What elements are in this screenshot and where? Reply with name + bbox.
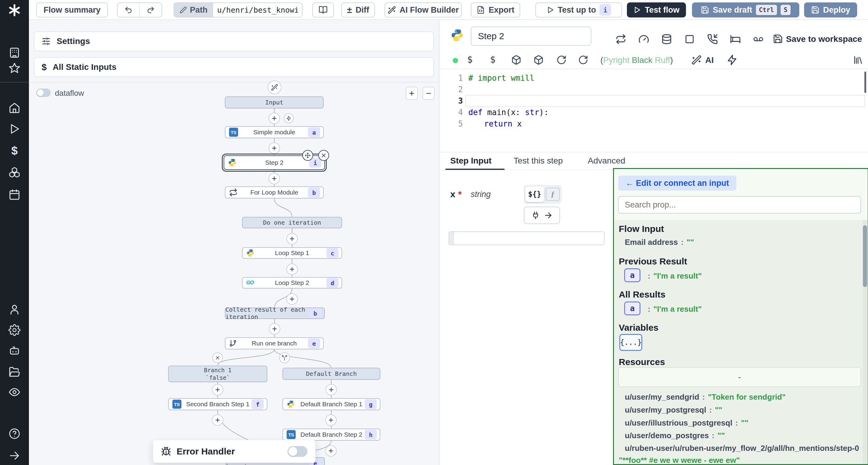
path-edit-button[interactable]: Path — [174, 3, 213, 17]
add-step-button[interactable] — [269, 173, 280, 184]
expr-mode-button[interactable]: ${} — [525, 187, 544, 202]
code-line-5[interactable]: return x — [484, 119, 522, 128]
settings-gear-icon[interactable] — [8, 324, 21, 336]
add-step-button[interactable] — [325, 414, 337, 426]
step-name-input[interactable] — [471, 27, 591, 46]
ai-edit-wand-button[interactable] — [268, 80, 281, 94]
delete-step-button[interactable] — [318, 150, 329, 161]
user-icon[interactable] — [8, 304, 21, 315]
flow-node-default-branch-step1[interactable]: Default Branch Step 1 g — [282, 398, 380, 410]
ai-label[interactable]: AI — [705, 56, 714, 65]
search-prop-input[interactable] — [618, 196, 861, 213]
resource-row[interactable]: u/user/demo_postgres:"" — [625, 431, 725, 440]
add-step-button[interactable] — [325, 445, 337, 457]
assets-dollar-icon[interactable]: $ — [467, 54, 472, 65]
resource-row[interactable]: u/ruben-user/u/ruben-user/my_flow_2/g/al… — [625, 443, 868, 453]
flow-node-loop-step1[interactable]: Loop Step 1 c — [242, 247, 342, 259]
variables-dollar-icon[interactable]: $ — [8, 144, 21, 156]
home-icon[interactable] — [8, 102, 21, 114]
help-icon[interactable] — [8, 428, 21, 440]
add-step-button[interactable] — [269, 142, 280, 154]
code-line-4[interactable]: def main(x: str): — [468, 108, 549, 117]
flow-canvas[interactable]: Settings $ All Static Inputs dataflow + … — [29, 20, 439, 465]
ai-flow-builder-button[interactable]: AI Flow Builder — [384, 2, 462, 18]
add-step-button[interactable] — [212, 414, 223, 426]
suspend-phone-icon[interactable] — [707, 34, 718, 44]
code-line-1[interactable]: # import wmill — [468, 73, 534, 82]
variables-dollar-icon[interactable]: $ — [490, 54, 495, 65]
resource-filter-box[interactable]: - — [618, 367, 861, 387]
retries-icon[interactable] — [615, 34, 626, 44]
tab-advanced[interactable]: Advanced — [588, 156, 625, 166]
test-up-to-button[interactable]: Test up to i — [535, 2, 622, 18]
flow-node-second-branch-step1[interactable]: TS Second Branch Step 1 f — [168, 398, 267, 410]
resource-row[interactable]: u/user/my_sendgrid:"Token for sendgrid" — [625, 392, 786, 402]
add-trigger-zap-button[interactable] — [284, 113, 294, 124]
tab-step-input[interactable]: Step Input — [450, 156, 492, 166]
flow-summary-button[interactable]: Flow summary — [36, 2, 108, 18]
add-step-button[interactable] — [286, 233, 298, 244]
workspace-building-icon[interactable] — [8, 47, 21, 59]
error-handler-toggle[interactable] — [287, 446, 307, 457]
ai-wand-icon[interactable] — [691, 55, 702, 65]
result-key-chip[interactable]: a — [624, 268, 641, 282]
resource-row[interactable]: u/user/illustrious_postgresql:"" — [625, 418, 748, 428]
test-flow-button[interactable]: Test flow — [627, 2, 686, 18]
cache-database-icon[interactable] — [661, 34, 672, 44]
package-icon[interactable] — [511, 55, 521, 65]
sleep-bed-icon[interactable] — [730, 34, 741, 44]
library-panel-icon[interactable] — [853, 55, 863, 65]
deploy-button[interactable]: Deploy — [804, 2, 857, 18]
runs-play-icon[interactable] — [8, 123, 21, 135]
add-step-button[interactable] — [326, 384, 337, 395]
schedules-calendar-icon[interactable] — [8, 189, 21, 201]
save-draft-button[interactable]: Save draft Ctrl S — [692, 2, 799, 18]
undo-button[interactable] — [118, 3, 140, 17]
add-branch-button[interactable] — [279, 352, 290, 363]
early-stop-icon[interactable] — [684, 34, 695, 44]
tab-test-this-step[interactable]: Test this step — [514, 156, 563, 166]
package-icon[interactable] — [533, 55, 544, 65]
editor-scrollbar[interactable] — [864, 72, 866, 93]
connect-input-button[interactable] — [524, 207, 560, 224]
panel-scrollbar-thumb[interactable] — [863, 225, 867, 287]
resource-row[interactable]: u/user/my_postgresql:"" — [625, 405, 722, 415]
add-step-button[interactable] — [269, 113, 280, 124]
folders-icon[interactable] — [8, 366, 21, 378]
add-step-button[interactable] — [286, 293, 298, 305]
flow-node-simple-module[interactable]: TS Simple module a — [225, 126, 324, 138]
fx-mode-button[interactable]: ƒ — [546, 188, 560, 201]
flow-node-collect-result[interactable]: Collect result of each iteration b — [225, 307, 325, 319]
save-to-workspace-button[interactable]: Save to workspace — [786, 34, 862, 44]
workers-bot-icon[interactable] — [8, 344, 21, 357]
zap-icon[interactable] — [726, 54, 738, 66]
resource-value-wrapped[interactable]: "**foo** #e we w wewe - ewe ew" — [619, 456, 740, 465]
add-step-button[interactable] — [286, 264, 298, 275]
redo-button[interactable] — [140, 3, 161, 17]
concurrency-gauge-icon[interactable] — [638, 34, 649, 44]
docs-book-button[interactable] — [312, 2, 334, 18]
flow-node-for-loop[interactable]: For Loop Module b — [225, 187, 324, 198]
diff-button[interactable]: ± Diff — [341, 2, 375, 18]
arg-value-field[interactable] — [448, 231, 604, 245]
move-step-button[interactable] — [302, 150, 313, 161]
prop-row-email[interactable]: Email address:"" — [625, 238, 694, 247]
linter-status[interactable]: (Pyright Black Ruff) — [600, 56, 673, 65]
mock-voicemail-icon[interactable] — [753, 34, 764, 44]
add-step-button[interactable] — [212, 384, 223, 395]
flow-node-input[interactable]: Input — [225, 96, 324, 108]
flow-node-loop-step2[interactable]: GO Loop Step 2 d — [242, 277, 342, 289]
remove-branch-button[interactable] — [212, 352, 223, 363]
result-key-chip[interactable]: a — [624, 301, 641, 315]
collapse-arrow-right-icon[interactable] — [8, 450, 21, 462]
all-result-row[interactable]: :"I'm a result" — [645, 304, 702, 314]
flow-node-branch1[interactable]: Branch 1 `false` — [168, 366, 267, 382]
audit-eye-icon[interactable] — [8, 386, 21, 398]
windmill-logo-icon[interactable] — [7, 3, 22, 18]
back-edit-connect-button[interactable]: ← Edit or connect an input — [618, 175, 736, 191]
flow-node-do-one-iteration[interactable]: Do one iteration — [242, 217, 342, 228]
favorites-star-icon[interactable] — [8, 62, 21, 74]
reload-icon[interactable] — [578, 55, 588, 65]
add-step-button[interactable] — [269, 323, 280, 335]
prev-result-row[interactable]: :"I'm a result" — [645, 271, 702, 281]
